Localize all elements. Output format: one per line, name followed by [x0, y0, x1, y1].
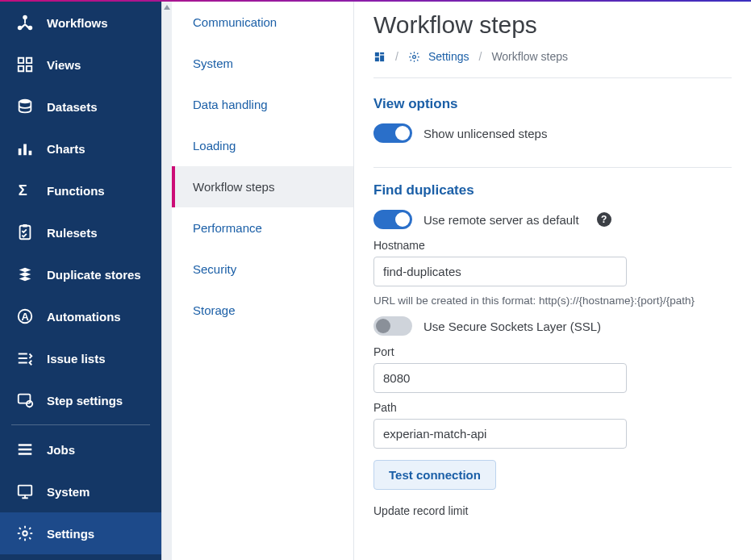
toggle-remote-default[interactable] [373, 210, 412, 229]
charts-icon [16, 140, 34, 157]
breadcrumb-current: Workflow steps [491, 50, 568, 63]
jobs-icon [16, 441, 34, 458]
svg-text:A: A [21, 311, 28, 323]
sidebar-item-datasets[interactable]: Datasets [0, 86, 161, 127]
issue-lists-icon [16, 349, 34, 367]
sidebar-item-settings[interactable]: Settings [0, 512, 161, 554]
settings-tab-data-handling[interactable]: Data handling [172, 84, 353, 125]
toggle-label-ssl: Use Secure Sockets Layer (SSL) [423, 320, 601, 333]
settings-tab-label: Workflow steps [193, 180, 274, 194]
settings-tab-label: Communication [193, 15, 277, 29]
settings-tab-communication[interactable]: Communication [172, 2, 353, 43]
svg-marker-4 [21, 23, 30, 28]
port-label: Port [373, 345, 732, 358]
sidebar-item-label: Rulesets [47, 226, 98, 240]
sidebar-item-system[interactable]: System [0, 470, 161, 512]
sidebar-item-label: Functions [47, 184, 105, 198]
secondary-sidebar: Communication System Data handling Loadi… [172, 2, 354, 560]
svg-point-22 [413, 55, 416, 58]
sidebar-item-workflows[interactable]: Workflows [0, 2, 161, 44]
datasets-icon [16, 98, 34, 115]
hostname-label: Hostname [373, 239, 732, 252]
svg-rect-16 [19, 486, 32, 495]
sidebar-item-label: Workflows [47, 16, 108, 30]
sidebar-item-step-settings[interactable]: Step settings [0, 379, 161, 421]
sidebar-item-label: Step settings [47, 394, 123, 407]
page-title: Workflow steps [373, 11, 732, 39]
sidebar-item-label: Automations [47, 310, 121, 324]
dashboard-icon[interactable] [373, 51, 386, 63]
section-title-find-duplicates: Find duplicates [373, 182, 732, 199]
breadcrumb-settings-link[interactable]: Settings [428, 50, 469, 63]
settings-tab-label: System [193, 56, 233, 70]
automations-icon: A [16, 307, 34, 325]
settings-tab-storage[interactable]: Storage [172, 290, 353, 331]
svg-point-17 [23, 531, 27, 536]
test-connection-button[interactable]: Test connection [373, 460, 496, 490]
sidebar-item-automations[interactable]: A Automations [0, 295, 161, 337]
svg-rect-8 [29, 151, 32, 156]
sidebar-item-label: Datasets [47, 100, 98, 114]
sidebar-item-label: Charts [47, 142, 86, 156]
primary-sidebar: Workflows Views Datasets Charts Σ Functi… [0, 2, 161, 560]
functions-icon: Σ [16, 182, 34, 199]
url-format-hint: URL will be created in this format: http… [373, 295, 732, 307]
toggle-label-show-unlicensed: Show unlicensed steps [423, 127, 547, 140]
svg-rect-11 [23, 224, 27, 228]
settings-tab-workflow-steps[interactable]: Workflow steps [172, 166, 353, 207]
sidebar-item-duplicate-stores[interactable]: Duplicate stores [0, 253, 161, 295]
settings-icon [16, 524, 34, 542]
settings-tab-loading[interactable]: Loading [172, 125, 353, 166]
breadcrumb: / Settings / Workflow steps [373, 50, 732, 78]
settings-tab-label: Performance [193, 221, 262, 235]
settings-tab-label: Loading [193, 139, 236, 153]
toggle-ssl[interactable] [373, 316, 412, 336]
breadcrumb-separator: / [478, 50, 482, 63]
path-input[interactable] [373, 419, 627, 449]
sidebar-item-label: Settings [47, 527, 94, 541]
settings-tab-system[interactable]: System [172, 43, 353, 84]
path-label: Path [373, 401, 732, 414]
sidebar-item-label: Jobs [47, 443, 75, 457]
svg-point-5 [19, 99, 31, 103]
sidebar-item-jobs[interactable]: Jobs [0, 428, 161, 470]
rulesets-icon [16, 224, 34, 241]
toggle-label-remote-default: Use remote server as default [423, 213, 579, 227]
svg-text:Σ: Σ [19, 182, 27, 199]
sidebar-item-label: System [47, 485, 90, 499]
duplicate-stores-icon [16, 265, 34, 283]
svg-rect-3 [24, 19, 26, 23]
hostname-input[interactable] [373, 257, 627, 286]
svg-rect-7 [23, 144, 27, 156]
port-input[interactable] [373, 363, 627, 393]
system-icon [16, 483, 34, 500]
sidebar-item-label: Duplicate stores [47, 268, 141, 282]
settings-tab-performance[interactable]: Performance [172, 207, 353, 249]
update-record-limit-label: Update record limit [373, 504, 732, 517]
svg-rect-20 [380, 55, 384, 61]
settings-tab-security[interactable]: Security [172, 249, 353, 290]
section-view-options: View options Show unlicensed steps [373, 96, 732, 168]
svg-rect-21 [375, 57, 379, 61]
gear-icon [408, 51, 420, 63]
sidebar-item-views[interactable]: Views [0, 44, 161, 86]
primary-sidebar-scrollbar[interactable] [161, 2, 172, 560]
settings-tab-label: Data handling [193, 98, 268, 111]
svg-rect-10 [20, 226, 31, 240]
scroll-up-arrow-icon [164, 5, 170, 10]
sidebar-item-label: Views [47, 58, 81, 72]
sidebar-item-charts[interactable]: Charts [0, 127, 161, 169]
settings-tab-label: Storage [193, 303, 236, 317]
sidebar-item-label: Issue lists [47, 352, 106, 366]
main-content: Workflow steps / Settings / Workflow ste… [354, 2, 751, 560]
toggle-show-unlicensed[interactable] [373, 123, 412, 143]
step-settings-icon [16, 391, 34, 409]
svg-rect-6 [19, 148, 22, 155]
section-find-duplicates: Find duplicates Use remote server as def… [373, 182, 732, 517]
sidebar-item-rulesets[interactable]: Rulesets [0, 211, 161, 253]
help-icon[interactable]: ? [597, 212, 611, 227]
sidebar-item-issue-lists[interactable]: Issue lists [0, 337, 161, 379]
workflows-icon [16, 14, 34, 31]
sidebar-item-functions[interactable]: Σ Functions [0, 169, 161, 211]
svg-rect-18 [375, 52, 379, 56]
